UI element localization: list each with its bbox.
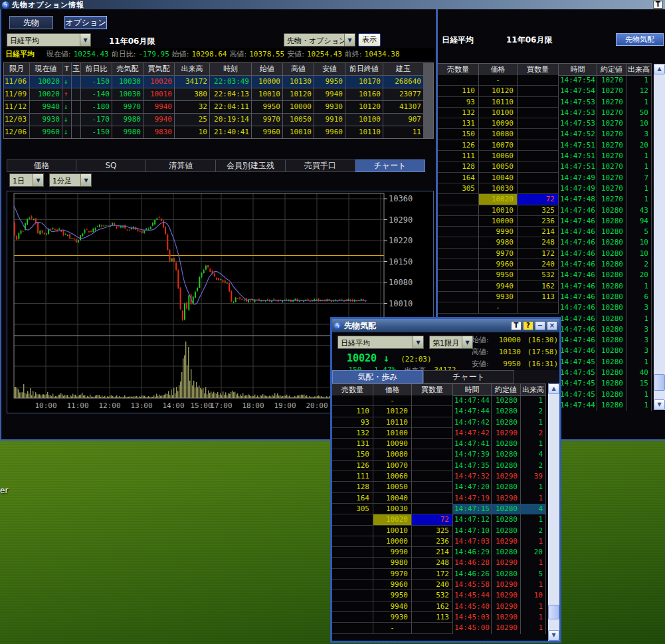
- book-price[interactable]: 10100: [373, 428, 412, 439]
- contract-cell: 23077: [383, 88, 423, 100]
- info-value: 10130: [492, 346, 521, 358]
- scroll-down-icon[interactable]: ▼: [548, 630, 559, 641]
- book-price[interactable]: 10070: [479, 140, 518, 151]
- book-price[interactable]: 9990: [479, 227, 518, 237]
- chart-interval-dropdown[interactable]: 1分足 ▼: [49, 173, 92, 187]
- main-titlebar[interactable]: ϟ 先物オプション情報 T: [0, 0, 665, 9]
- trade-type-dropdown[interactable]: 先物・オプション取引 ▼: [284, 33, 355, 47]
- book-price[interactable]: 9960: [373, 580, 412, 590]
- popup-close-icon[interactable]: ×: [547, 321, 557, 330]
- book-price[interactable]: 9970: [479, 249, 518, 259]
- scroll-up-icon[interactable]: ▲: [654, 64, 665, 74]
- board-scrollbar[interactable]: ▲ ▼: [654, 64, 665, 410]
- popup-tab-気配・歩み[interactable]: 気配・歩み: [332, 370, 423, 383]
- chart-period-dropdown[interactable]: 1日 ▼: [9, 173, 44, 187]
- show-button[interactable]: 表示: [358, 33, 381, 47]
- contract-month-cell[interactable]: 11/09: [4, 88, 29, 100]
- book-price[interactable]: 10040: [373, 493, 412, 504]
- book-price[interactable]: 9970: [373, 569, 412, 580]
- book-price[interactable]: 10080: [479, 129, 518, 140]
- book-price[interactable]: 10050: [373, 482, 412, 492]
- tab-チャート[interactable]: チャート: [355, 160, 425, 172]
- popup-scrollbar[interactable]: ▲ ▼: [548, 383, 559, 641]
- chevron-down-icon[interactable]: ▼: [80, 174, 91, 186]
- tab-売買手口[interactable]: 売買手口: [286, 160, 355, 172]
- futures-nav-button[interactable]: 先物: [9, 16, 53, 29]
- tab-SQ[interactable]: SQ: [76, 160, 146, 172]
- tape-price: 10280: [492, 406, 521, 417]
- book-price[interactable]: 10030: [373, 504, 412, 514]
- tape-volume: 1: [521, 580, 546, 590]
- tape-price: 10290: [492, 471, 521, 482]
- book-price[interactable]: 10060: [373, 471, 412, 482]
- chevron-down-icon[interactable]: ▼: [33, 174, 43, 186]
- popup-instrument-dropdown[interactable]: 日経平均 ▼: [337, 336, 424, 349]
- book-price[interactable]: 10100: [479, 108, 518, 118]
- book-price[interactable]: 9940: [479, 281, 518, 292]
- popup-t-button[interactable]: T: [511, 321, 522, 330]
- book-price[interactable]: 9990: [373, 547, 412, 558]
- tape-volume: 20: [626, 140, 652, 151]
- chevron-down-icon[interactable]: ▼: [344, 34, 355, 46]
- open-quote-window-button[interactable]: 先物気配: [616, 33, 664, 46]
- book-price[interactable]: 9950: [479, 270, 518, 280]
- book-price[interactable]: 9960: [479, 259, 518, 270]
- book-price[interactable]: -: [373, 395, 412, 406]
- tab-会員別建玉残[interactable]: 会員別建玉残: [216, 160, 286, 172]
- chevron-down-icon[interactable]: ▼: [80, 34, 90, 46]
- book-price[interactable]: 10080: [373, 449, 412, 460]
- book-price[interactable]: 10010: [373, 526, 412, 536]
- book-price[interactable]: 9950: [373, 590, 412, 601]
- svg-text:10290: 10290: [389, 215, 413, 225]
- book-price[interactable]: 10120: [479, 86, 518, 96]
- book-price[interactable]: 10110: [373, 417, 412, 428]
- scrollbar-thumb[interactable]: [654, 374, 665, 391]
- popup-help-button[interactable]: ?: [523, 321, 533, 330]
- options-nav-button[interactable]: オプション: [64, 16, 107, 29]
- tape-volume: 3: [626, 129, 652, 140]
- book-price[interactable]: 10090: [373, 439, 412, 449]
- book-price[interactable]: 9940: [373, 601, 412, 612]
- book-price[interactable]: 9980: [373, 558, 412, 568]
- book-price[interactable]: 10020: [373, 514, 412, 525]
- book-price[interactable]: 10010: [479, 205, 518, 216]
- desktop-icon-label-fragment[interactable]: er: [0, 486, 8, 495]
- column-header: 安値: [314, 63, 345, 75]
- book-price[interactable]: 10120: [373, 406, 412, 417]
- book-price[interactable]: 10090: [479, 118, 518, 129]
- book-price[interactable]: 9980: [479, 237, 518, 248]
- popup-minimize-button[interactable]: −: [535, 321, 545, 330]
- book-price[interactable]: -: [373, 623, 412, 633]
- popup-tab-チャート[interactable]: チャート: [423, 370, 514, 383]
- book-price[interactable]: 10000: [373, 536, 412, 547]
- book-price[interactable]: -: [479, 75, 518, 86]
- tab-清算値[interactable]: 清算値: [146, 160, 216, 172]
- titlebar-t-button[interactable]: T: [653, 1, 663, 9]
- book-price[interactable]: 9930: [479, 292, 518, 302]
- tape-price: 10280: [492, 514, 521, 525]
- contract-month-cell[interactable]: 12/06: [4, 126, 29, 138]
- scroll-up-icon[interactable]: ▲: [548, 383, 559, 394]
- instrument-dropdown[interactable]: 日経平均 ▼: [7, 33, 91, 47]
- popup-contract-dropdown[interactable]: 第1限月 ▼: [429, 336, 473, 349]
- book-price[interactable]: 10030: [479, 183, 518, 194]
- book-price[interactable]: 10050: [479, 161, 518, 172]
- book-price[interactable]: 10040: [479, 173, 518, 183]
- book-price[interactable]: -: [479, 302, 518, 313]
- tab-価格[interactable]: 価格: [7, 160, 76, 172]
- book-price[interactable]: 10070: [373, 461, 412, 471]
- book-price[interactable]: 10020: [479, 194, 518, 205]
- book-price[interactable]: 10000: [479, 216, 518, 227]
- contract-month-cell[interactable]: 11/12: [4, 101, 29, 113]
- book-sell-qty: [438, 302, 479, 313]
- book-price[interactable]: 9930: [373, 612, 412, 623]
- scrollbar-thumb[interactable]: [548, 605, 559, 619]
- chevron-down-icon[interactable]: ▼: [462, 336, 472, 348]
- contract-month-cell[interactable]: 11/06: [4, 76, 29, 88]
- contract-month-cell[interactable]: 12/03: [4, 114, 29, 126]
- scroll-down-icon[interactable]: ▼: [654, 399, 665, 410]
- chevron-down-icon[interactable]: ▼: [413, 336, 423, 348]
- book-price[interactable]: 10110: [479, 97, 518, 108]
- book-price[interactable]: 10060: [479, 151, 518, 161]
- column-header: 始値: [252, 63, 282, 75]
